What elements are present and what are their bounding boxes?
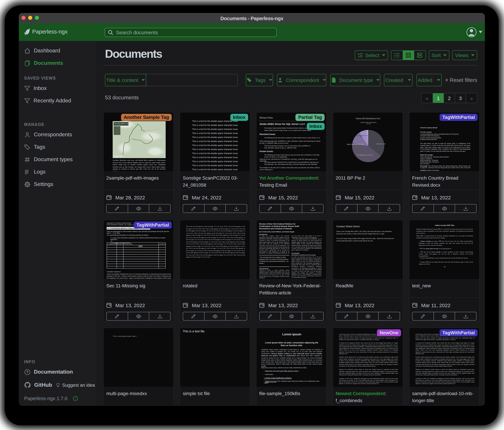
svg-text:?: ? — [26, 370, 28, 374]
svg-text:Contact Hours: Contact Hours — [159, 243, 166, 245]
svg-text:N\A: N\A — [138, 245, 142, 248]
svg-text:Course Name: Course Name — [124, 243, 133, 245]
svg-text:Completion Date: Completion Date — [107, 243, 117, 245]
svg-text:Provider #: Provider # — [117, 243, 123, 245]
svg-text:i: i — [75, 397, 76, 400]
